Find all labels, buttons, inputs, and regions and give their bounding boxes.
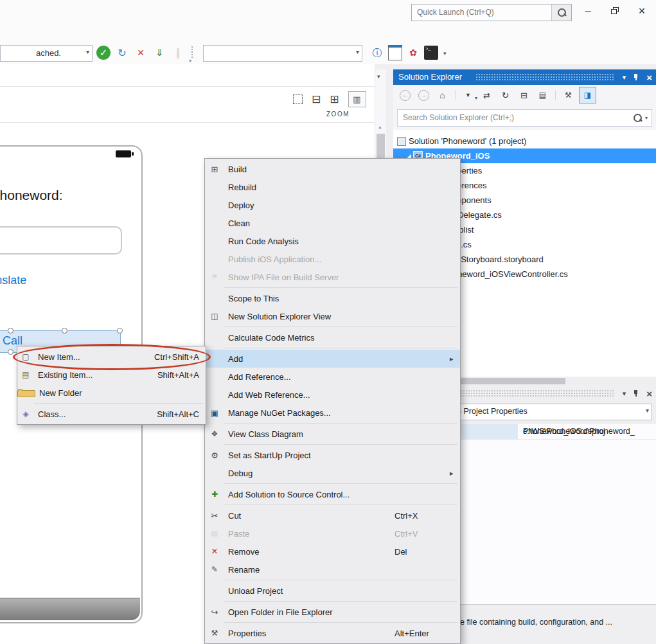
menu-item-remove[interactable]: × Remove Del [205,542,460,560]
device-combobox[interactable]: ached. [0,45,93,62]
submenu-item-new-folder[interactable]: New Folder [17,384,206,402]
menu-item-new-solution-explorer-view[interactable]: ◫ New Solution Explorer View [205,307,460,325]
collapse-all-icon: ⊟ [520,91,527,100]
menu-item-add-solution-to-source-control[interactable]: ✚ Add Solution to Source Control... [205,485,460,503]
tree-item-solution-phoneword-1-project[interactable]: Solution 'Phoneword' (1 project) [393,134,656,148]
home-icon: ⌂ [439,90,445,100]
toolbar-button-connected-check-icon[interactable]: ✓ [96,46,111,60]
se-tool-filter-icon[interactable]: ▼ [460,87,476,103]
toolbar-icon-group-right: ⓘ✿ [370,46,438,60]
menu-item-open-folder-in-file-explorer[interactable]: ↪ Open Folder in File Explorer [205,603,460,621]
solution-explorer-search-input[interactable]: Search Solution Explorer (Ctrl+;) [397,109,652,127]
rename-icon: ✎ [205,565,224,574]
fit-to-window-button[interactable]: ▥ [348,91,366,107]
toolbar-button-console-icon[interactable] [424,46,438,60]
se-tool-home-icon[interactable]: ⌂ [434,87,450,103]
zoom-out-icon[interactable]: ⊟ [312,94,321,105]
toolbar-button-data-grid-icon[interactable] [388,46,402,60]
zoom-in-icon[interactable]: ⊞ [330,94,339,105]
close-icon[interactable]: × [646,388,652,399]
window-button-restore-icon[interactable] [601,1,628,21]
selection-handle[interactable] [62,328,67,334]
properties-pages-icon: ▤ [539,91,546,100]
menu-item-deploy[interactable]: Deploy [205,196,460,214]
submenu-item-class[interactable]: ◈ Class... Shift+Alt+C [17,405,206,423]
quick-launch-search-button[interactable] [551,4,571,21]
selection-handle[interactable] [8,349,13,355]
se-tool-wrench-icon[interactable]: ⚒ [560,87,576,103]
se-tool-forward-icon[interactable]: → [416,87,432,103]
window-button-close-icon[interactable]: × [628,1,655,21]
menu-item-add-reference[interactable]: Add Reference... [205,368,460,386]
selection-handle[interactable] [8,328,13,334]
chevron-down-icon[interactable] [646,407,649,414]
menu-item-calculate-code-metrics[interactable]: Calculate Code Metrics [205,328,460,346]
device-combobox-value: ached. [36,48,61,58]
menu-item-run-code-analysis[interactable]: Run Code Analysis [205,232,460,250]
separator [205,621,460,624]
chevron-down-icon[interactable] [86,48,89,55]
phoneword-text-field[interactable] [0,226,122,255]
menu-item-add-web-reference[interactable]: Add Web Reference... [205,386,460,404]
toolbar-combobox[interactable] [203,45,362,62]
console-icon [424,46,438,60]
menu-item-build[interactable]: ⊞ Build [205,160,460,178]
toolbar-overflow-icon[interactable] [443,50,447,57]
menu-item-clean[interactable]: Clean [205,214,460,232]
toolbar-button-pause-icon[interactable]: ║ [171,46,185,60]
menu-item-publish-ios-application[interactable]: Publish iOS Application... [205,250,460,268]
translate-button[interactable]: Translate [0,274,26,287]
toolbar-button-refresh-icon[interactable]: ↻ [115,46,129,60]
chevron-down-icon[interactable] [356,48,359,55]
quick-launch-box[interactable]: Quick Launch (Ctrl+Q) [411,4,572,21]
se-tool-preview-selected-icon[interactable]: ◨ [579,87,596,103]
menu-item-view-class-diagram[interactable]: ❖ View Class Diagram [205,425,460,443]
menu-item-unload-project[interactable]: Unload Project [205,582,460,600]
toolbar-button-extensions-icon[interactable]: ✿ [406,46,420,60]
se-tool-collapse-all-icon[interactable]: ⊟ [516,87,532,103]
property-value[interactable]: c:\WS\Phoneword\Phoneword_ [518,424,656,439]
menu-item-debug[interactable]: Debug [205,464,460,482]
se-tool-sync-icon[interactable]: ⇄ [479,87,495,103]
search-icon[interactable] [634,114,642,122]
toolbar-overflow-icon[interactable] [189,58,191,64]
separator [17,402,206,405]
menu-item-add[interactable]: Add [205,350,460,368]
wrench-icon: ⚒ [565,91,572,100]
submenu-item-new-item[interactable]: ▢ New Item... Ctrl+Shift+A [17,348,206,366]
main-toolbar: ached. ✓↻×⇓║ ⓘ✿ [0,39,656,64]
window-position-icon[interactable] [623,73,626,82]
window-button-minimize-icon[interactable]: ─ [574,1,601,21]
window-position-icon[interactable] [623,389,626,398]
document-well-chevron-icon[interactable] [377,73,380,80]
toolbar-button-disconnect-icon[interactable]: × [134,46,148,60]
ipa-file-icon: ⚑ [205,273,224,282]
scroll-up-icon[interactable] [378,125,382,129]
menu-item-manage-nuget-packages[interactable]: ▣ Manage NuGet Packages... [205,404,460,422]
add-submenu: ▢ New Item... Ctrl+Shift+A ▤ Existing It… [17,346,206,425]
submenu-item-existing-item[interactable]: ▤ Existing Item... Shift+Alt+A [17,366,206,384]
toolbar-button-deploy-icon[interactable]: ⇓ [152,46,166,60]
toolbar-button-info-icon[interactable]: ⓘ [370,46,384,60]
menu-item-rebuild[interactable]: Rebuild [205,178,460,196]
pin-icon[interactable] [633,73,639,81]
forward-icon: → [418,90,429,101]
close-icon[interactable]: × [646,72,652,83]
toolbar-grip[interactable] [191,46,193,58]
selection-handle[interactable] [117,328,123,334]
fullscreen-icon[interactable] [293,94,303,104]
solution-explorer-toolbar: ←→⌂▼⇄↻⊟▤⚒◨ [393,85,656,105]
menu-item-paste[interactable]: ▤ Paste Ctrl+V [205,524,460,542]
se-tool-properties-pages-icon[interactable]: ▤ [535,87,551,103]
pin-icon[interactable] [633,389,639,397]
menu-item-properties[interactable]: ⚒ Properties Alt+Enter [205,624,460,642]
menu-item-scope-to-this[interactable]: Scope to This [205,289,460,307]
se-tool-se-refresh-icon[interactable]: ↻ [497,87,513,103]
separator [205,600,460,603]
menu-item-cut[interactable]: ✂ Cut Ctrl+X [205,506,460,524]
menu-item-show-ipa-file-on-build-server[interactable]: ⚑ Show IPA File on Build Server [205,268,460,286]
chevron-down-icon[interactable] [645,115,648,121]
se-tool-back-icon[interactable]: ← [397,87,413,103]
menu-item-set-as-startup-project[interactable]: ⚙ Set as StartUp Project [205,446,460,464]
menu-item-rename[interactable]: ✎ Rename [205,560,460,578]
